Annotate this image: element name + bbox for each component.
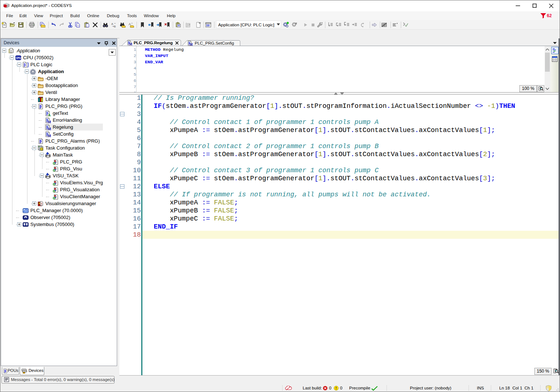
svg-text:B: B bbox=[114, 25, 116, 28]
svg-text:A: A bbox=[111, 22, 113, 26]
